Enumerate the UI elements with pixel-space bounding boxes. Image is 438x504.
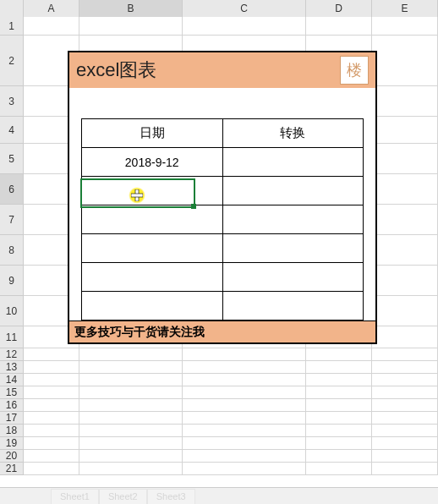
cell-D13[interactable] xyxy=(306,361,372,374)
sheet-tab-3[interactable]: Sheet3 xyxy=(147,489,195,504)
row-header-11[interactable]: 11 xyxy=(0,326,24,348)
cell-conv-3[interactable] xyxy=(222,234,364,263)
cell-date-2[interactable] xyxy=(82,205,223,234)
cell-E8[interactable] xyxy=(372,235,438,266)
cell-A17[interactable] xyxy=(24,412,79,425)
cell-B17[interactable] xyxy=(79,412,183,425)
cell-conv-1[interactable] xyxy=(222,177,364,205)
cell-E19[interactable] xyxy=(372,437,438,450)
col-header-E[interactable]: E xyxy=(372,0,438,17)
row-header-15[interactable]: 15 xyxy=(0,386,24,399)
row-header-10[interactable]: 10 xyxy=(0,296,24,326)
cell-A19[interactable] xyxy=(24,437,79,450)
cell-A14[interactable] xyxy=(24,374,79,386)
cell-date-0[interactable]: 2018-9-12 xyxy=(82,148,223,177)
cell-C14[interactable] xyxy=(183,374,306,386)
cell-conv-2[interactable] xyxy=(222,205,364,234)
cell-conv-5[interactable] xyxy=(222,292,364,320)
cell-B18[interactable] xyxy=(79,425,183,437)
cell-A18[interactable] xyxy=(24,425,79,437)
cell-D19[interactable] xyxy=(306,437,372,450)
row-header-14[interactable]: 14 xyxy=(0,374,24,386)
row-header-6[interactable]: 6 xyxy=(0,174,24,205)
cell-E16[interactable] xyxy=(372,399,438,412)
col-header-A[interactable]: A xyxy=(24,0,79,17)
cell-A15[interactable] xyxy=(24,386,79,399)
cell-C21[interactable] xyxy=(183,463,306,475)
row-header-19[interactable]: 19 xyxy=(0,437,24,450)
cell-D21[interactable] xyxy=(306,463,372,475)
cell-E12[interactable] xyxy=(372,348,438,361)
row-header-5[interactable]: 5 xyxy=(0,144,24,174)
cell-C19[interactable] xyxy=(183,437,306,450)
cell-conv-0[interactable] xyxy=(222,148,364,177)
cell-E2[interactable] xyxy=(372,36,438,86)
cell-C1[interactable] xyxy=(183,17,306,36)
col-header-D[interactable]: D xyxy=(306,0,372,17)
cell-E6[interactable] xyxy=(372,174,438,205)
cell-C16[interactable] xyxy=(183,399,306,412)
cell-D17[interactable] xyxy=(306,412,372,425)
sheet-tab-2[interactable]: Sheet2 xyxy=(99,489,147,504)
cell-E18[interactable] xyxy=(372,425,438,437)
row-header-18[interactable]: 18 xyxy=(0,425,24,437)
row-header-1[interactable]: 1 xyxy=(0,17,24,36)
cell-date-3[interactable] xyxy=(82,234,223,263)
cell-D1[interactable] xyxy=(306,17,372,36)
cell-A13[interactable] xyxy=(24,361,79,374)
cell-A1[interactable] xyxy=(24,17,79,36)
cell-D12[interactable] xyxy=(306,348,372,361)
row-header-7[interactable]: 7 xyxy=(0,205,24,235)
cell-B16[interactable] xyxy=(79,399,183,412)
cell-B20[interactable] xyxy=(79,450,183,463)
cell-D20[interactable] xyxy=(306,450,372,463)
cell-C20[interactable] xyxy=(183,450,306,463)
row-header-21[interactable]: 21 xyxy=(0,463,24,475)
cell-A12[interactable] xyxy=(24,348,79,361)
col-header-B[interactable]: B xyxy=(79,0,183,17)
col-header-C[interactable]: C xyxy=(183,0,306,17)
cell-C13[interactable] xyxy=(183,361,306,374)
cell-date-1[interactable] xyxy=(82,177,223,205)
cell-E15[interactable] xyxy=(372,386,438,399)
cell-D15[interactable] xyxy=(306,386,372,399)
cell-E9[interactable] xyxy=(372,266,438,296)
row-header-4[interactable]: 4 xyxy=(0,117,24,144)
row-header-3[interactable]: 3 xyxy=(0,86,24,117)
row-header-13[interactable]: 13 xyxy=(0,361,24,374)
cell-C12[interactable] xyxy=(183,348,306,361)
cell-E5[interactable] xyxy=(372,144,438,174)
select-all-corner[interactable] xyxy=(0,0,24,17)
sheet-tab-1[interactable]: Sheet1 xyxy=(51,489,99,504)
row-header-9[interactable]: 9 xyxy=(0,266,24,296)
cell-C17[interactable] xyxy=(183,412,306,425)
cell-E14[interactable] xyxy=(372,374,438,386)
cell-B15[interactable] xyxy=(79,386,183,399)
cell-B12[interactable] xyxy=(79,348,183,361)
cell-B21[interactable] xyxy=(79,463,183,475)
cell-B13[interactable] xyxy=(79,361,183,374)
cell-conv-4[interactable] xyxy=(222,263,364,292)
cell-A20[interactable] xyxy=(24,450,79,463)
cell-C18[interactable] xyxy=(183,425,306,437)
cell-D16[interactable] xyxy=(306,399,372,412)
cell-E11[interactable] xyxy=(372,326,438,348)
cell-B1[interactable] xyxy=(79,17,183,36)
cell-E1[interactable] xyxy=(372,17,438,36)
cell-E3[interactable] xyxy=(372,86,438,117)
row-header-20[interactable]: 20 xyxy=(0,450,24,463)
row-header-8[interactable]: 8 xyxy=(0,235,24,266)
row-header-2[interactable]: 2 xyxy=(0,36,24,86)
cell-D14[interactable] xyxy=(306,374,372,386)
row-header-12[interactable]: 12 xyxy=(0,348,24,361)
cell-D18[interactable] xyxy=(306,425,372,437)
cell-E10[interactable] xyxy=(372,296,438,326)
cell-E7[interactable] xyxy=(372,205,438,235)
cell-E17[interactable] xyxy=(372,412,438,425)
cell-A16[interactable] xyxy=(24,399,79,412)
cell-C15[interactable] xyxy=(183,386,306,399)
cell-E20[interactable] xyxy=(372,450,438,463)
cell-E13[interactable] xyxy=(372,361,438,374)
cell-B19[interactable] xyxy=(79,437,183,450)
cell-E4[interactable] xyxy=(372,117,438,144)
